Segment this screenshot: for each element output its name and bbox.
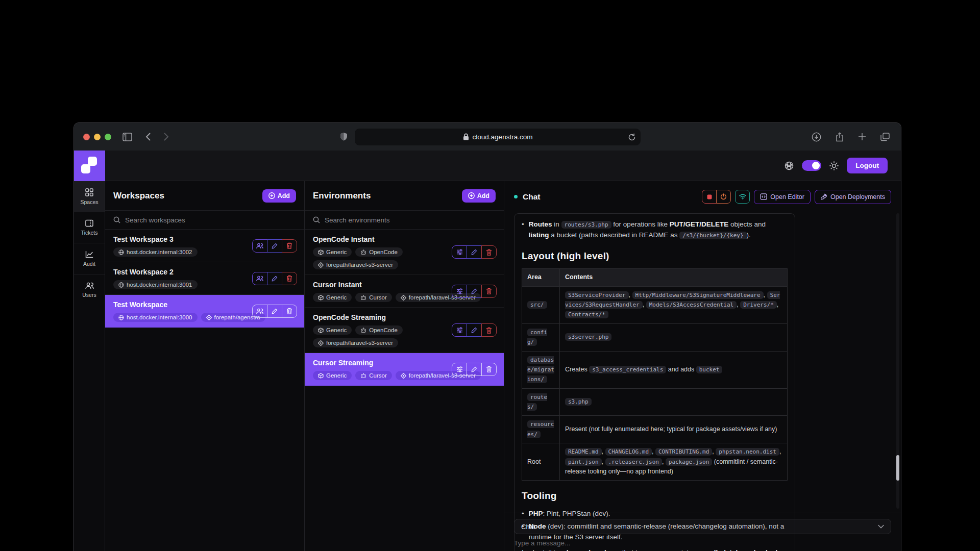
- workspace-delete-button[interactable]: [282, 239, 297, 253]
- workspace-delete-button[interactable]: [282, 272, 297, 285]
- sidebar-item-spaces[interactable]: Spaces: [74, 181, 105, 212]
- logout-button[interactable]: Logout: [847, 158, 888, 173]
- globe-icon: [118, 282, 124, 288]
- address-bar[interactable]: cloud.agenstra.com: [355, 129, 641, 145]
- workspace-edit-button[interactable]: [267, 239, 282, 253]
- forward-button[interactable]: [164, 133, 169, 141]
- table-row: config/ s3server.php: [522, 323, 788, 351]
- rocket-icon: [821, 193, 827, 200]
- diamond-icon: [318, 262, 324, 268]
- environment-item-selected[interactable]: Cursor Streaming Generic Cursor: [305, 353, 504, 386]
- workspace-edit-button[interactable]: [267, 272, 282, 285]
- table-header-area: Area: [522, 269, 560, 286]
- open-editor-button[interactable]: Open Editor: [754, 190, 811, 204]
- robot-icon: [360, 249, 366, 255]
- environment-search-input[interactable]: [325, 216, 496, 224]
- connection-button[interactable]: [735, 190, 750, 204]
- assistant-message: Routes in routes/s3.php for operations l…: [514, 213, 795, 551]
- grid-icon: [85, 188, 93, 196]
- workspace-item-selected[interactable]: Test Workspace host.docker.internal:3000…: [105, 295, 304, 328]
- layout-table: Area Contents src/ S3ServiceProvider, Ht…: [522, 268, 788, 481]
- shield-icon[interactable]: [340, 132, 348, 141]
- trash-icon: [486, 288, 492, 294]
- workspace-members-button[interactable]: [252, 305, 267, 318]
- share-icon[interactable]: [836, 132, 844, 142]
- workspace-edit-button[interactable]: [267, 305, 282, 318]
- restart-button[interactable]: [716, 190, 731, 204]
- pencil-icon: [272, 308, 278, 314]
- stop-button[interactable]: [702, 190, 717, 204]
- app-header: Logout: [74, 151, 901, 181]
- table-row: database/migrations/ Creates s3_access_c…: [522, 351, 788, 388]
- summary-paragraph: In short: it is a Laravel package that t…: [522, 547, 788, 551]
- type-badge: Generic: [313, 247, 352, 257]
- environment-delete-button[interactable]: [481, 285, 497, 298]
- layout-heading: Layout (high level): [522, 248, 788, 263]
- environment-item[interactable]: OpenCode Instant Generic OpenCode: [305, 230, 504, 275]
- table-header-contents: Contents: [560, 269, 788, 286]
- environment-delete-button[interactable]: [481, 363, 497, 376]
- zoom-window-button[interactable]: [105, 134, 111, 140]
- type-badge: Generic: [313, 371, 352, 380]
- sliders-icon: [456, 327, 463, 333]
- workspace-item[interactable]: Test Workspace 2 host.docker.internal:30…: [105, 262, 304, 295]
- workspace-members-button[interactable]: [252, 272, 267, 285]
- environment-item[interactable]: Cursor Instant Generic Cursor: [305, 275, 504, 308]
- minimize-window-button[interactable]: [94, 134, 101, 140]
- theme-toggle[interactable]: [802, 160, 821, 171]
- app-logo[interactable]: [74, 151, 105, 181]
- pencil-icon: [471, 327, 477, 333]
- environment-settings-button[interactable]: [452, 285, 467, 298]
- search-icon: [113, 216, 120, 223]
- add-environment-button[interactable]: Add: [462, 189, 496, 203]
- trash-icon: [486, 366, 492, 372]
- environment-name: OpenCode Instant: [313, 235, 496, 243]
- environment-settings-button[interactable]: [452, 363, 467, 376]
- robot-icon: [360, 373, 366, 379]
- tooling-heading: Tooling: [522, 488, 788, 503]
- download-icon[interactable]: [812, 132, 821, 142]
- sun-icon[interactable]: [829, 161, 839, 170]
- add-workspace-button[interactable]: Add: [262, 189, 296, 203]
- globe-icon: [118, 249, 124, 255]
- browser-chrome: cloud.agenstra.com: [74, 123, 901, 151]
- tab-overview-icon[interactable]: [880, 133, 890, 141]
- robot-icon: [360, 295, 366, 300]
- workspace-delete-button[interactable]: [282, 305, 297, 318]
- repo-badge: forepath/laravel-s3-server: [313, 338, 398, 347]
- host-badge: host.docker.internal:3002: [113, 247, 198, 257]
- reload-icon[interactable]: [628, 133, 635, 141]
- agent-badge: OpenCode: [355, 247, 403, 257]
- environment-settings-button[interactable]: [452, 323, 467, 337]
- open-deployments-button[interactable]: Open Deployments: [815, 190, 891, 204]
- plus-circle-icon: [468, 192, 475, 199]
- environment-edit-button[interactable]: [467, 285, 482, 298]
- environment-edit-button[interactable]: [467, 323, 482, 337]
- workspace-item[interactable]: Test Workspace 3 host.docker.internal:30…: [105, 230, 304, 262]
- language-globe-icon[interactable]: [785, 161, 794, 170]
- new-tab-icon[interactable]: [858, 133, 866, 141]
- environment-edit-button[interactable]: [467, 363, 482, 376]
- sidebar-item-tickets[interactable]: Tickets: [74, 212, 105, 243]
- sidebar-toggle-icon[interactable]: [122, 133, 132, 141]
- sidebar-item-users[interactable]: Users: [74, 274, 105, 306]
- sliders-icon: [456, 288, 463, 294]
- sidebar-item-audit[interactable]: Audit: [74, 243, 105, 274]
- environment-delete-button[interactable]: [481, 245, 497, 259]
- trash-icon: [286, 308, 292, 314]
- back-button[interactable]: [145, 133, 151, 141]
- workspace-search-input[interactable]: [125, 216, 296, 224]
- workspace-members-button[interactable]: [252, 239, 267, 253]
- sidebar-item-label: Tickets: [81, 230, 98, 236]
- cube-icon: [318, 373, 324, 379]
- url-text: cloud.agenstra.com: [473, 133, 533, 141]
- environment-delete-button[interactable]: [481, 323, 497, 337]
- scrollbar-thumb[interactable]: [896, 455, 899, 481]
- close-window-button[interactable]: [83, 134, 90, 140]
- diamond-icon: [401, 295, 406, 300]
- environment-edit-button[interactable]: [467, 245, 482, 259]
- environment-item[interactable]: OpenCode Streaming Generic OpenCode: [305, 308, 504, 353]
- environment-settings-button[interactable]: [452, 245, 467, 259]
- status-dot: [514, 195, 518, 198]
- chat-header: Chat Open Editor Open D: [504, 181, 901, 212]
